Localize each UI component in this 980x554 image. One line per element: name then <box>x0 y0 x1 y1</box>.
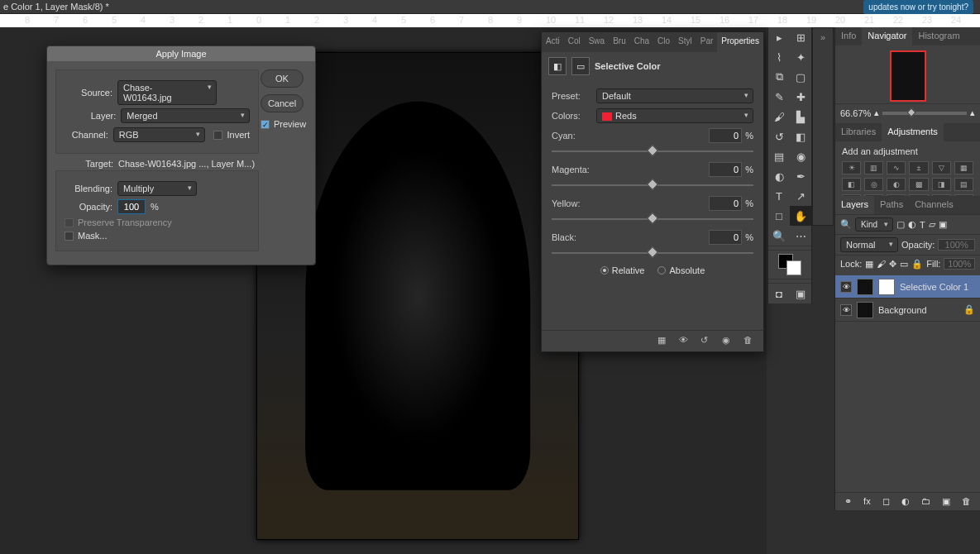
path-tool[interactable]: ↗ <box>790 186 811 206</box>
photo-filter-icon[interactable]: ◎ <box>864 178 883 191</box>
tab-paragraph[interactable]: Par <box>696 32 718 52</box>
zoom-in-icon[interactable]: ▴ <box>970 107 975 118</box>
layer-row[interactable]: 👁 Selective Color 1 <box>835 275 980 298</box>
tab-brushes[interactable]: Bru <box>609 32 630 52</box>
layer-name[interactable]: Background <box>878 305 927 315</box>
tab-actions[interactable]: Acti <box>542 32 564 52</box>
tab-channels-2[interactable]: Channels <box>909 196 958 214</box>
lock-transparent-icon[interactable]: ▦ <box>865 259 873 270</box>
os-notification[interactable]: updates now or try tonight? <box>863 0 973 14</box>
clone-tool[interactable]: ▙ <box>790 107 811 127</box>
eyedropper-tool[interactable]: ✎ <box>768 87 790 107</box>
brightness-icon[interactable]: ☀ <box>842 161 861 174</box>
new-group-icon[interactable]: 🗀 <box>921 496 930 507</box>
visibility-toggle[interactable]: 👁 <box>840 281 852 293</box>
posterize-icon[interactable]: ▤ <box>954 178 973 191</box>
yellow-slider[interactable] <box>552 213 753 225</box>
screen-mode-icon[interactable]: ▣ <box>790 284 811 303</box>
curves-icon[interactable]: ∿ <box>887 161 906 174</box>
channel-mixer-icon[interactable]: ◐ <box>887 178 906 191</box>
add-mask-icon[interactable]: ◻ <box>882 496 890 507</box>
dodge-tool[interactable]: ◐ <box>768 166 790 186</box>
hue-icon[interactable]: ▦ <box>954 161 973 174</box>
layer-select[interactable]: Merged <box>121 108 250 123</box>
history-brush-tool[interactable]: ↺ <box>768 127 790 146</box>
opacity-input[interactable] <box>117 199 146 214</box>
layer-row[interactable]: 👁 Background 🔒 <box>835 298 980 322</box>
eraser-tool[interactable]: ◧ <box>790 127 811 146</box>
mask-icon[interactable]: ▭ <box>571 57 590 75</box>
absolute-radio[interactable]: Absolute <box>657 265 705 275</box>
collapsed-dock[interactable]: » <box>812 27 834 226</box>
link-layers-icon[interactable]: ⚭ <box>844 496 852 507</box>
type-tool[interactable]: T <box>768 186 790 206</box>
frame-tool[interactable]: ▢ <box>790 67 811 87</box>
bw-icon[interactable]: ◧ <box>842 178 861 191</box>
preset-select[interactable]: Default <box>596 88 753 103</box>
clip-to-layer-icon[interactable]: ▦ <box>657 335 671 348</box>
layer-thumb[interactable] <box>857 279 873 295</box>
filter-pixel-icon[interactable]: ▢ <box>896 219 905 230</box>
brush-tool[interactable]: 🖌 <box>768 107 790 127</box>
hand-tool[interactable]: ✋ <box>790 206 811 226</box>
search-icon[interactable]: 🔍 <box>840 219 852 230</box>
tab-styles[interactable]: Styl <box>674 32 696 52</box>
filter-shape-icon[interactable]: ▱ <box>929 219 935 230</box>
tab-paths[interactable]: Paths <box>874 196 909 214</box>
magenta-input[interactable] <box>709 162 742 177</box>
layer-opacity-input[interactable]: 100% <box>938 239 975 251</box>
channel-select[interactable]: RGB <box>113 127 206 142</box>
tab-swatches[interactable]: Swa <box>585 32 609 52</box>
quick-mask-icon[interactable]: ◘ <box>768 284 790 303</box>
delete-layer-icon[interactable]: 🗑 <box>962 496 971 507</box>
filter-smart-icon[interactable]: ▣ <box>939 219 947 230</box>
delete-adjustment-icon[interactable]: 🗑 <box>743 335 757 348</box>
view-previous-icon[interactable]: 👁 <box>679 335 692 348</box>
layer-thumb[interactable] <box>857 302 873 318</box>
black-slider[interactable] <box>552 247 753 259</box>
blending-select[interactable]: Multiply <box>117 181 197 196</box>
ok-button[interactable]: OK <box>261 69 304 88</box>
blend-mode-select[interactable]: Normal <box>840 237 898 252</box>
document-tab[interactable]: e Color 1, Layer Mask/8) * <box>0 0 980 14</box>
layer-fx-icon[interactable]: fx <box>863 496 871 507</box>
cancel-button[interactable]: Cancel <box>261 94 304 112</box>
tab-navigator[interactable]: Navigator <box>862 27 912 45</box>
yellow-input[interactable] <box>709 196 742 211</box>
tab-layers[interactable]: Layers <box>835 196 874 214</box>
pen-tool[interactable]: ✒ <box>790 166 811 186</box>
artboard-tool[interactable]: ⊞ <box>790 27 811 47</box>
blur-tool[interactable]: ◉ <box>790 146 811 166</box>
edit-toolbar[interactable]: ⋯ <box>790 226 811 246</box>
reset-icon[interactable]: ↺ <box>700 335 714 348</box>
lock-position-icon[interactable]: ✥ <box>889 259 896 270</box>
colorlookup-icon[interactable]: ▩ <box>909 178 928 191</box>
quick-select-tool[interactable]: ✦ <box>790 47 811 67</box>
exposure-icon[interactable]: ± <box>909 161 928 174</box>
toggle-visibility-icon[interactable]: ◉ <box>722 335 735 348</box>
adjustment-type-icon[interactable]: ◧ <box>548 57 566 75</box>
layer-filter-select[interactable]: Kind <box>855 217 893 232</box>
tab-histogram[interactable]: Histogram <box>912 27 965 45</box>
healing-tool[interactable]: ✚ <box>790 87 811 107</box>
navigator-thumbnail[interactable] <box>890 50 926 102</box>
gradient-tool[interactable]: ▤ <box>768 146 790 166</box>
zoom-out-icon[interactable]: ▴ <box>874 107 879 118</box>
lock-artboard-icon[interactable]: ▭ <box>900 259 908 270</box>
color-swatch[interactable] <box>768 251 811 279</box>
invert-checkbox[interactable]: Invert <box>213 130 250 140</box>
invert-icon[interactable]: ◨ <box>932 178 951 191</box>
mask-checkbox[interactable]: Mask... <box>65 231 250 241</box>
layer-fill-input[interactable]: 100% <box>944 258 975 270</box>
tab-color[interactable]: Col <box>564 32 585 52</box>
levels-icon[interactable]: ▥ <box>864 161 883 174</box>
cyan-input[interactable] <box>709 128 742 143</box>
new-layer-icon[interactable]: ▣ <box>942 496 950 507</box>
cyan-slider[interactable] <box>552 146 753 157</box>
layer-name[interactable]: Selective Color 1 <box>900 282 968 292</box>
tab-clone[interactable]: Clo <box>653 32 674 52</box>
rectangle-tool[interactable]: □ <box>768 206 790 226</box>
zoom-tool[interactable]: 🔍 <box>768 226 790 246</box>
zoom-value[interactable]: 66.67% <box>840 108 871 118</box>
layer-mask-thumb[interactable] <box>878 279 895 295</box>
